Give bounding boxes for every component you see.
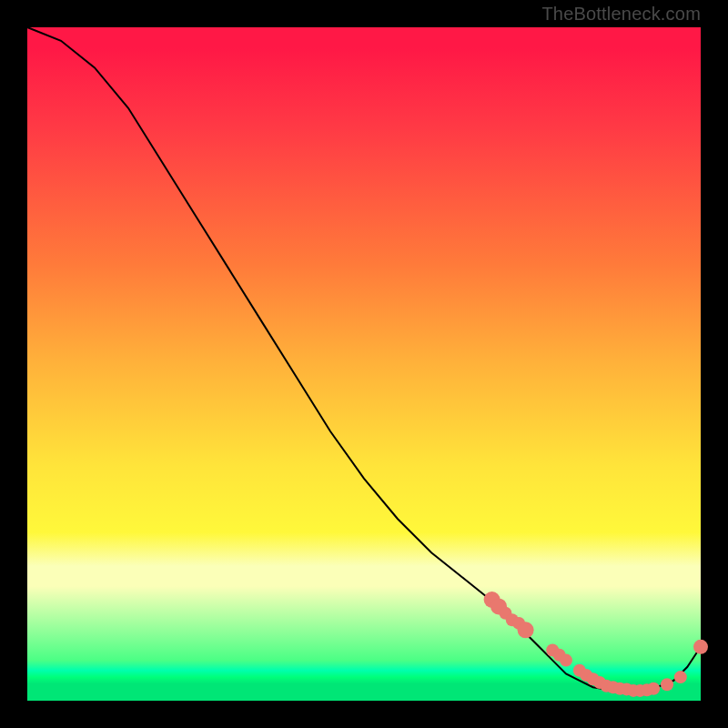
- highlight-dot: [560, 654, 572, 667]
- watermark-text: TheBottleneck.com: [541, 4, 701, 25]
- highlight-dot: [647, 682, 660, 695]
- curve-svg: [27, 27, 701, 701]
- highlight-dot: [693, 640, 708, 654]
- highlight-dot: [518, 622, 534, 638]
- highlight-dot: [674, 671, 687, 683]
- plot-area: [27, 27, 701, 701]
- chart-container: TheBottleneck.com: [0, 0, 728, 728]
- highlight-dot: [661, 678, 673, 691]
- bottleneck-curve: [27, 27, 701, 691]
